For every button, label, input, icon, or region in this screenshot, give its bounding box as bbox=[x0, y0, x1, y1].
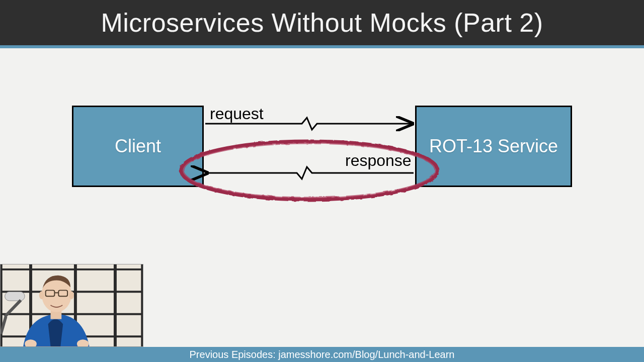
svg-point-0 bbox=[181, 141, 438, 200]
response-label: response bbox=[345, 151, 412, 170]
slide-header: Microservices Without Mocks (Part 2) bbox=[0, 0, 644, 45]
presenter-webcam bbox=[0, 264, 143, 347]
service-box-label: ROT-13 Service bbox=[429, 136, 558, 157]
footer-text: Previous Episodes: jamesshore.com/Blog/L… bbox=[190, 349, 455, 360]
svg-point-18 bbox=[69, 291, 74, 299]
highlight-circle bbox=[181, 141, 438, 200]
service-box: ROT-13 Service bbox=[415, 106, 572, 187]
slide-title: Microservices Without Mocks (Part 2) bbox=[101, 8, 543, 38]
client-box-label: Client bbox=[115, 136, 161, 157]
svg-point-17 bbox=[39, 291, 44, 299]
slide-footer: Previous Episodes: jamesshore.com/Blog/L… bbox=[0, 347, 644, 362]
client-box: Client bbox=[72, 106, 204, 187]
request-label: request bbox=[210, 105, 264, 123]
svg-rect-12 bbox=[5, 292, 25, 301]
